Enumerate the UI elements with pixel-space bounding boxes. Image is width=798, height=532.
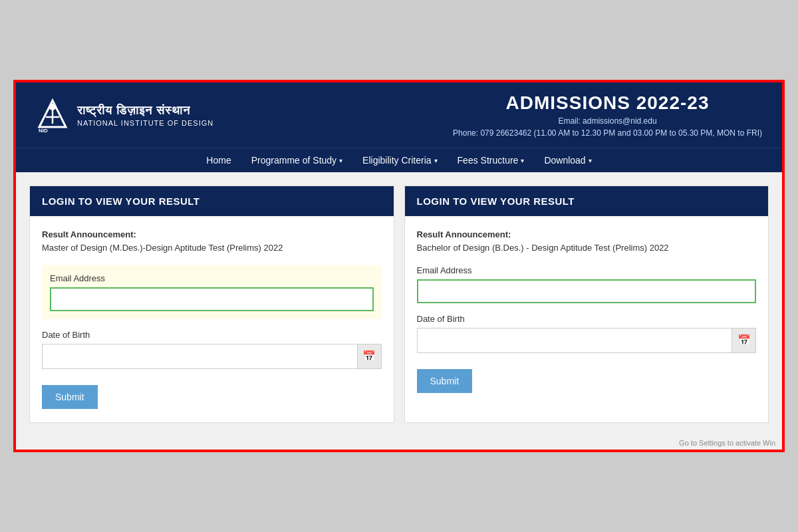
email-info: Email: admissions@nid.edu [453,116,762,126]
right-email-label: Email Address [417,265,757,275]
browser-frame: NID राष्ट्रीय डिज़ाइन संस्थान NATIONAL I… [13,80,785,452]
programme-dropdown-icon: ▾ [339,157,342,164]
nav-fees-label: Fees Structure [458,155,519,166]
nav-home-label: Home [206,155,231,166]
content-area: LOGIN TO VIEW YOUR RESULT Result Announc… [16,172,782,436]
left-dob-wrapper: 📅 [42,344,382,369]
right-dob-input[interactable] [418,329,732,352]
right-result-description: Bachelor of Design (B.Des.) - Design Apt… [417,242,757,254]
nav-programme-label: Programme of Study [251,155,336,166]
left-dob-input[interactable] [43,344,357,368]
left-login-panel: LOGIN TO VIEW YOUR RESULT Result Announc… [29,186,394,422]
right-panel-body: Result Announcement: Bachelor of Design … [405,216,769,406]
phone-info: Phone: 079 26623462 (11.00 AM to 12.30 P… [453,128,762,138]
left-email-input[interactable] [50,287,374,311]
right-result-label: Result Announcement: [417,229,757,239]
nav-eligibility-label: Eligibility Criteria [362,155,431,166]
right-dob-label: Date of Birth [417,314,757,324]
nav-fees-structure[interactable]: Fees Structure ▾ [458,155,525,166]
svg-point-1 [49,104,56,110]
watermark-text: Go to Settings to activate Win [16,436,782,450]
admissions-title: ADMISSIONS 2022-23 [453,92,762,114]
nid-logo-icon: NID [36,97,69,134]
left-panel-body: Result Announcement: Master of Design (M… [30,216,394,422]
left-submit-button[interactable]: Submit [42,385,98,409]
eligibility-dropdown-icon: ▾ [434,157,438,164]
left-email-highlight: Email Address [42,265,382,319]
header-right: ADMISSIONS 2022-23 Email: admissions@nid… [453,92,762,138]
download-dropdown-icon: ▾ [589,157,592,164]
right-email-group: Email Address [417,265,757,303]
left-result-label: Result Announcement: [42,229,382,239]
left-result-description: Master of Design (M.Des.)-Design Aptitud… [42,242,382,254]
logo-area: NID राष्ट्रीय डिज़ाइन संस्थान NATIONAL I… [36,97,213,134]
right-submit-button[interactable]: Submit [417,369,473,393]
nav-download-label: Download [544,155,585,166]
nav-programme-of-study[interactable]: Programme of Study ▾ [251,155,342,166]
right-dob-group: Date of Birth 📅 [417,314,757,353]
right-calendar-icon: 📅 [737,334,751,346]
left-dob-label: Date of Birth [42,330,382,340]
logo-english: NATIONAL INSTITUTE OF DESIGN [77,119,213,127]
nav-eligibility-criteria[interactable]: Eligibility Criteria ▾ [362,155,437,166]
left-calendar-icon: 📅 [362,350,376,362]
logo-hindi: राष्ट्रीय डिज़ाइन संस्थान [77,104,213,118]
left-panel-header: LOGIN TO VIEW YOUR RESULT [30,186,394,216]
nav-download[interactable]: Download ▾ [544,155,591,166]
main-navbar: Home Programme of Study ▾ Eligibility Cr… [16,148,782,172]
fees-dropdown-icon: ▾ [521,157,524,164]
left-email-label: Email Address [50,273,374,283]
right-email-input[interactable] [417,279,757,303]
site-header: NID राष्ट्रीय डिज़ाइन संस्थान NATIONAL I… [16,82,782,148]
right-calendar-button[interactable]: 📅 [732,329,755,352]
svg-text:NID: NID [39,128,48,134]
nav-home[interactable]: Home [206,155,231,166]
right-panel-header: LOGIN TO VIEW YOUR RESULT [405,186,769,216]
right-login-panel: LOGIN TO VIEW YOUR RESULT Result Announc… [404,186,769,422]
logo-text-area: राष्ट्रीय डिज़ाइन संस्थान NATIONAL INSTI… [77,104,213,127]
right-dob-wrapper: 📅 [417,328,757,353]
left-calendar-button[interactable]: 📅 [357,344,381,368]
left-dob-group: Date of Birth 📅 [42,330,382,369]
